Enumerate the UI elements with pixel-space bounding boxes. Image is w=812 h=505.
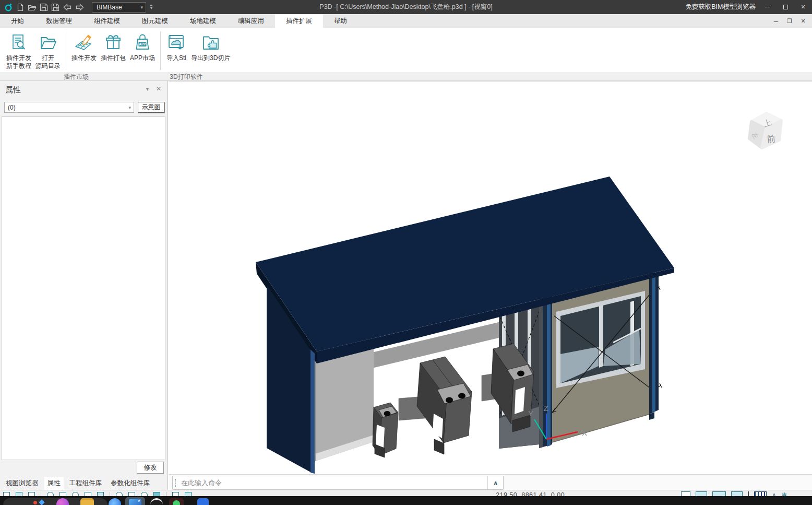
tab-project-components[interactable]: 工程组件库: [66, 477, 105, 490]
plugin-tutorial-button[interactable]: 插件开发 新手教程: [4, 30, 33, 71]
toolbar-overflow-icon[interactable]: ▾: [150, 5, 152, 10]
app-logo-icon: [4, 3, 13, 12]
plugin-package-gift-icon: [104, 31, 123, 54]
command-bar[interactable]: ∧: [172, 476, 504, 490]
search-badge-icon: [39, 499, 44, 505]
app-icon[interactable]: [197, 498, 209, 505]
property-target-select[interactable]: (0) ▾: [4, 102, 134, 113]
tab-help[interactable]: 帮助: [323, 14, 358, 28]
axis-y-label: Y: [528, 409, 533, 418]
new-file-icon[interactable]: [16, 3, 25, 11]
properties-empty-area: [2, 116, 165, 460]
svg-text:APP: APP: [139, 42, 146, 46]
tab-view-browser[interactable]: 视图浏览器: [3, 477, 42, 490]
title-bar: BIMBase ▾ ▾ P3D -[ C:\Users\Method-Jiao\…: [0, 0, 812, 14]
edge-browser-icon[interactable]: [109, 498, 121, 505]
app-icon[interactable]: [169, 498, 184, 505]
app-market-button[interactable]: APP APP市场: [128, 30, 157, 63]
search-badge-icon: [33, 501, 37, 504]
quick-access-dropdown[interactable]: BIMBase ▾: [92, 2, 146, 13]
tab-plugin-extension[interactable]: 插件扩展: [275, 14, 323, 28]
properties-panel: 属性 ▾ ✕ (0) ▾ 示意图 修改 视图浏览器 属性 工程组件库 参数化组件…: [0, 81, 168, 490]
close-button[interactable]: ✕: [794, 0, 812, 14]
doc-close-icon[interactable]: ✕: [797, 18, 809, 25]
panel-dropdown-icon[interactable]: ▾: [146, 86, 149, 92]
ribbon-separator: [66, 31, 66, 70]
export-3d-slice-button[interactable]: 导出到3D切片: [189, 30, 232, 63]
ribbon-separator: [160, 31, 161, 70]
model-booth-left-pillar: [539, 295, 552, 448]
view-cube[interactable]: 上 前 左: [749, 113, 781, 148]
modify-button[interactable]: 修改: [137, 462, 164, 474]
tab-element-modeling[interactable]: 图元建模: [131, 14, 179, 28]
command-strip: ∧: [169, 474, 812, 490]
axis-x-label: X: [582, 428, 587, 437]
view-cube-front-label: 前: [766, 134, 776, 145]
axis-z-label: Z: [543, 404, 548, 413]
viewport-3d[interactable]: 上 前 左 Z Y X: [169, 81, 812, 474]
steam-app-icon[interactable]: [150, 498, 163, 505]
tab-edit-application[interactable]: 编辑应用: [227, 14, 275, 28]
file-explorer-icon[interactable]: [80, 498, 94, 505]
plugin-develop-button[interactable]: 插件开发: [69, 30, 99, 63]
ribbon: 插件开发 新手教程 打开 源码目录 插件开发 插件打包 APP APP市场 导入…: [0, 28, 812, 72]
tab-site-modeling[interactable]: 场地建模: [179, 14, 227, 28]
doc-minimize-icon[interactable]: ─: [770, 18, 782, 25]
caret-down-icon: ▾: [128, 105, 131, 110]
save-as-icon[interactable]: [51, 3, 59, 11]
caret-down-icon: ▾: [140, 5, 143, 10]
panel-bottom-tabs: 视图浏览器 属性 工程组件库 参数化组件库: [0, 477, 168, 490]
open-source-dir-button[interactable]: 打开 源码目录: [33, 30, 63, 71]
promo-link[interactable]: 免费获取BIM模型浏览器: [685, 3, 756, 11]
tab-data-management[interactable]: 数据管理: [35, 14, 83, 28]
app-market-bag-icon: APP: [134, 31, 151, 54]
drag-handle-icon[interactable]: [175, 479, 178, 487]
group-label-plugin-market: 插件市场: [5, 73, 147, 81]
plugin-develop-icon: [74, 31, 94, 54]
plugin-package-button[interactable]: 插件打包: [99, 30, 128, 63]
model-turnstile-1: [373, 403, 398, 457]
import-stl-icon: [167, 31, 186, 54]
panel-title: 属性: [5, 85, 21, 95]
schematic-button[interactable]: 示意图: [138, 102, 164, 113]
windows-taskbar[interactable]: [0, 496, 812, 505]
undo-back-icon[interactable]: [63, 3, 72, 11]
open-file-icon[interactable]: [28, 3, 37, 11]
tab-component-modeling[interactable]: 组件建模: [83, 14, 131, 28]
group-label-3d-print: 3D打印软件: [152, 73, 220, 81]
active-app-p3d-icon[interactable]: [125, 497, 145, 505]
chevron-up-icon[interactable]: ∧: [487, 476, 503, 489]
maximize-button[interactable]: [777, 0, 794, 14]
import-stl-button[interactable]: 导入Stl: [164, 30, 189, 63]
tutorial-doc-magnifier-icon: [10, 31, 28, 54]
command-input[interactable]: [181, 479, 487, 487]
export-3d-slice-icon: [201, 31, 220, 54]
viewport-3d-model[interactable]: 上 前 左 Z Y X: [169, 81, 812, 475]
menu-bar: 开始 数据管理 组件建模 图元建模 场地建模 编辑应用 插件扩展 帮助 ─ ❐ …: [0, 14, 812, 28]
minimize-button[interactable]: [759, 0, 777, 14]
doc-restore-icon[interactable]: ❐: [784, 18, 795, 25]
model-booth-right-pillar: [649, 272, 659, 420]
tab-properties[interactable]: 属性: [44, 477, 64, 490]
save-icon[interactable]: [40, 3, 48, 11]
redo-forward-icon[interactable]: [75, 3, 85, 11]
tab-parametric-components[interactable]: 参数化组件库: [108, 477, 153, 490]
ribbon-group-bar: 插件市场 3D打印软件: [0, 72, 812, 81]
tab-start[interactable]: 开始: [0, 14, 35, 28]
panel-close-icon[interactable]: ✕: [156, 85, 161, 92]
open-source-folder-icon: [39, 31, 57, 54]
model-turnstile-2: [417, 357, 472, 454]
